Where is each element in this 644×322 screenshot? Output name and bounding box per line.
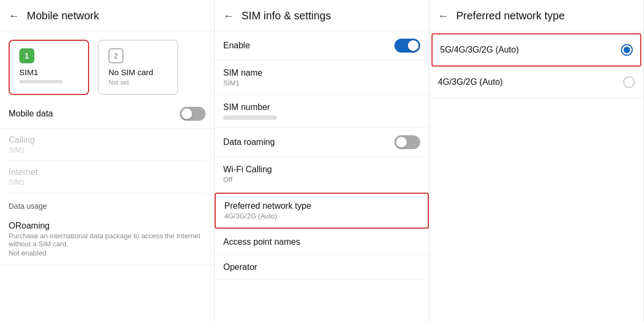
sim1-card[interactable]: 1 SIM1 bbox=[9, 40, 89, 95]
oroaming-item[interactable]: ORoaming Purchase an international data … bbox=[0, 214, 214, 265]
sim-number-label: SIM number bbox=[223, 103, 420, 112]
oroaming-desc: Purchase an international data package t… bbox=[9, 232, 206, 248]
sim-name-label: SIM name bbox=[223, 68, 420, 78]
sim-number-placeholder bbox=[223, 115, 277, 120]
sim-info-title: SIM info & settings bbox=[241, 10, 331, 22]
sim1-badge: 1 bbox=[19, 48, 34, 63]
sim2-badge: 2 bbox=[108, 48, 123, 63]
preferred-network-panel: ← Preferred network type 5G/4G/3G/2G (Au… bbox=[429, 0, 644, 322]
sim1-name: SIM1 bbox=[19, 68, 78, 77]
radio-5g-inner bbox=[624, 47, 630, 53]
sim2-name: No SIM card bbox=[108, 68, 167, 77]
network-option-5g-label: 5G/4G/3G/2G (Auto) bbox=[440, 45, 519, 55]
internet-label: Internet bbox=[9, 167, 206, 177]
mobile-network-panel: ← Mobile network 1 SIM1 2 No SIM card No… bbox=[0, 0, 215, 322]
access-point-label: Access point names bbox=[223, 237, 420, 247]
network-option-selected-box[interactable]: 5G/4G/3G/2G (Auto) bbox=[431, 33, 641, 67]
sim-info-panel: ← SIM info & settings Enable SIM name SI… bbox=[215, 0, 429, 322]
mobile-data-label: Mobile data bbox=[9, 109, 53, 119]
sim1-number-bar bbox=[19, 80, 62, 83]
enable-row[interactable]: Enable bbox=[215, 31, 429, 61]
network-option-5g[interactable]: 5G/4G/3G/2G (Auto) bbox=[433, 34, 640, 65]
sim2-sub: Not set bbox=[108, 79, 167, 86]
radio-4g[interactable] bbox=[623, 76, 635, 88]
preferred-network-value: 4G/3G/2G (Auto) bbox=[224, 212, 419, 220]
toggle-knob bbox=[181, 108, 192, 119]
sim2-card[interactable]: 2 No SIM card Not set bbox=[98, 40, 178, 95]
data-roaming-label: Data roaming bbox=[223, 137, 275, 147]
network-option-4g[interactable]: 4G/3G/2G (Auto) bbox=[429, 67, 643, 98]
operator-item[interactable]: Operator bbox=[215, 255, 429, 280]
mobile-network-header: ← Mobile network bbox=[0, 0, 214, 31]
enable-label: Enable bbox=[223, 41, 250, 50]
wifi-calling-item[interactable]: Wi-Fi Calling Off bbox=[215, 157, 429, 192]
network-option-4g-label: 4G/3G/2G (Auto) bbox=[438, 77, 503, 87]
mobile-data-row[interactable]: Mobile data bbox=[0, 99, 214, 129]
sim-info-back-icon[interactable]: ← bbox=[223, 10, 234, 22]
data-roaming-toggle[interactable] bbox=[394, 135, 420, 149]
data-usage-header: Data usage bbox=[0, 193, 214, 214]
operator-label: Operator bbox=[223, 262, 420, 272]
sim-info-header: ← SIM info & settings bbox=[215, 0, 429, 31]
calling-item[interactable]: Calling SIM1 bbox=[0, 129, 214, 160]
preferred-network-label: Preferred network type bbox=[224, 201, 419, 211]
enable-toggle[interactable] bbox=[394, 39, 420, 53]
oroaming-status: Not enabled bbox=[9, 249, 206, 257]
enable-toggle-knob bbox=[408, 40, 419, 51]
preferred-network-title: Preferred network type bbox=[456, 10, 565, 22]
radio-5g[interactable] bbox=[621, 44, 633, 56]
data-roaming-knob bbox=[396, 137, 407, 148]
wifi-calling-value: Off bbox=[223, 175, 420, 184]
calling-sub: SIM1 bbox=[9, 146, 206, 154]
wifi-calling-label: Wi-Fi Calling bbox=[223, 165, 420, 174]
sim-name-item[interactable]: SIM name SIM1 bbox=[215, 61, 429, 95]
back-arrow-icon[interactable]: ← bbox=[9, 10, 19, 22]
mobile-data-toggle[interactable] bbox=[180, 107, 206, 121]
access-point-item[interactable]: Access point names bbox=[215, 230, 429, 255]
internet-item[interactable]: Internet SIM1 bbox=[0, 161, 214, 193]
calling-label: Calling bbox=[9, 135, 206, 145]
sim-cards-row: 1 SIM1 2 No SIM card Not set bbox=[0, 31, 214, 99]
internet-sub: SIM1 bbox=[9, 178, 206, 186]
oroaming-label: ORoaming bbox=[9, 221, 206, 231]
preferred-network-header: ← Preferred network type bbox=[429, 0, 643, 31]
data-roaming-row[interactable]: Data roaming bbox=[215, 128, 429, 157]
mobile-network-title: Mobile network bbox=[27, 10, 99, 22]
preferred-network-item[interactable]: Preferred network type 4G/3G/2G (Auto) bbox=[216, 194, 428, 228]
preferred-network-box[interactable]: Preferred network type 4G/3G/2G (Auto) bbox=[215, 193, 429, 229]
sim-number-item[interactable]: SIM number bbox=[215, 95, 429, 128]
preferred-network-back-icon[interactable]: ← bbox=[438, 10, 449, 22]
sim-name-value: SIM1 bbox=[223, 79, 420, 87]
